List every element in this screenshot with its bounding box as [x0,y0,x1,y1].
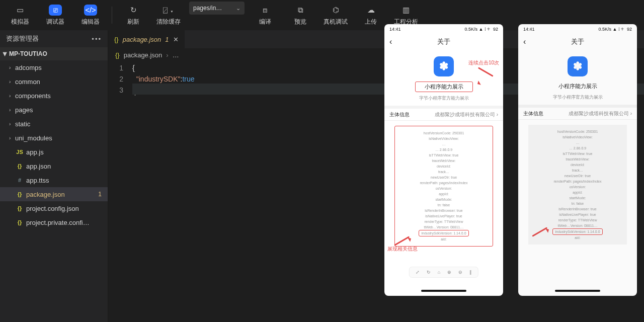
code-icon: </> [84,5,97,16]
project-header[interactable]: ▶ MP-TOUTIAO [0,47,108,60]
arrow-icon [476,66,496,87]
debugger-button[interactable]: ⎚ 调试器 [38,2,72,29]
file-tree: ›adcomps›common›components›pages›static›… [0,60,108,322]
debug-info-panel: hostVersionCode: 250301isNativeVideoView… [394,126,493,247]
file-project.config.json[interactable]: {}project.config.json [0,201,108,215]
app-title[interactable]: 小程序能力展示 [415,82,473,92]
home-indicator [555,290,600,292]
compile-button[interactable]: ⧈ 编译 [248,2,282,29]
upload-button[interactable]: ☁ 上传 [354,2,388,29]
file-app.ttss[interactable]: #app.ttss [0,173,108,187]
chevron-down-icon: ⌄ [236,5,240,12]
folder-pages[interactable]: ›pages [0,103,108,117]
status-bar: 14:410.5K/s ▲ ⁞ ᯤ 92 [518,24,637,34]
scan-icon: ⧉ [294,5,307,16]
page-selector[interactable]: pages/in… ⌄ [187,9,247,22]
json-file-icon: {} [114,36,119,43]
simulator-button[interactable]: ▭ 模拟器 [3,2,37,29]
app-title[interactable]: 小程序能力展示 [549,82,606,91]
chevron-right-icon: › [166,51,168,59]
file-package.json[interactable]: {}package.json1 [0,187,108,201]
json-file-icon: {} [115,51,120,59]
editor-tab-package-json[interactable]: {} package.json 1 ✕ [108,30,185,48]
close-tab-icon[interactable]: ✕ [173,36,179,43]
debug-dock[interactable]: ⤢↻⌂⊕⊖∥ [409,267,478,278]
trash-icon: ⍁ ▾ [162,5,175,16]
chevron-right-icon: › [497,112,498,117]
annotation-showinfo: 展现相关信息 [387,246,418,253]
chevron-right-icon: › [630,111,632,116]
preview-button[interactable]: ⧉ 预览 [283,2,317,29]
clear-cache-button[interactable]: ⍁ ▾ 清除缓存 [151,2,186,29]
file-project.private.confi…[interactable]: {}project.private.confi… [0,215,108,229]
phone-nav: ‹ 关于 [518,34,637,49]
file-app.json[interactable]: {}app.json [0,159,108,173]
more-icon[interactable]: ••• [92,35,102,43]
phone-screenshots: 14:410.5K/s ▲ ⁞ ᯤ 92 ‹ 关于 ✽ 小程序能力展示 字节小程… [384,24,637,296]
phone-mock-2: 14:410.5K/s ▲ ⁞ ᯤ 92 ‹ 关于 ✽ 小程序能力展示 字节小程… [518,24,637,296]
explorer-sidebar: 资源管理器 ••• ▶ MP-TOUTIAO ›adcomps›common›c… [0,30,108,322]
chart-icon: ▥ [399,5,413,16]
file-app.js[interactable]: JSapp.js [0,145,108,159]
folder-static[interactable]: ›static [0,117,108,131]
phone-mock-1: 14:410.5K/s ▲ ⁞ ᯤ 92 ‹ 关于 ✽ 小程序能力展示 字节小程… [384,24,503,296]
chevron-down-icon: ▶ [3,52,8,56]
arrow-icon [530,223,550,244]
app-logo-icon: ✽ [434,56,454,76]
bug-icon: ⌬ [329,5,342,16]
toolbar-separator [112,7,112,24]
folder-uni_modules[interactable]: ›uni_modules [0,131,108,145]
phone-nav: ‹ 关于 [384,34,503,49]
status-bar: 14:410.5K/s ▲ ⁞ ᯤ 92 [384,24,503,34]
folder-adcomps[interactable]: ›adcomps [0,60,108,74]
editor-button[interactable]: </> 编辑器 [73,2,108,29]
folder-common[interactable]: ›common [0,74,108,89]
back-icon[interactable]: ‹ [389,37,392,46]
company-row[interactable]: 主体信息 成都聚沙成塔科技有限公司› [384,106,503,121]
refresh-button[interactable]: ↻ 刷新 [116,2,150,29]
refresh-icon: ↻ [127,5,140,16]
device-icon: ▭ [14,5,27,16]
cloud-upload-icon: ☁ [364,5,377,16]
company-row[interactable]: 主体信息 成都聚沙成塔科技有限公司› [518,105,637,120]
cube-icon: ⧈ [259,5,272,16]
real-device-button[interactable]: ⌬ 真机调试 [318,2,353,29]
sdk-version-line: industrySdkVersion: 1.14.0.0 [419,230,468,236]
home-indicator [421,290,466,292]
sdk-version-line: industrySdkVersion: 1.14.0.0 [552,228,602,235]
annotation-tap10: 连续点击10次 [468,59,499,66]
sliders-icon: ⎚ [49,5,62,16]
explorer-title: 资源管理器 [6,34,39,43]
back-icon[interactable]: ‹ [523,37,526,46]
app-logo-icon: ✽ [568,56,588,76]
folder-components[interactable]: ›components [0,89,108,103]
